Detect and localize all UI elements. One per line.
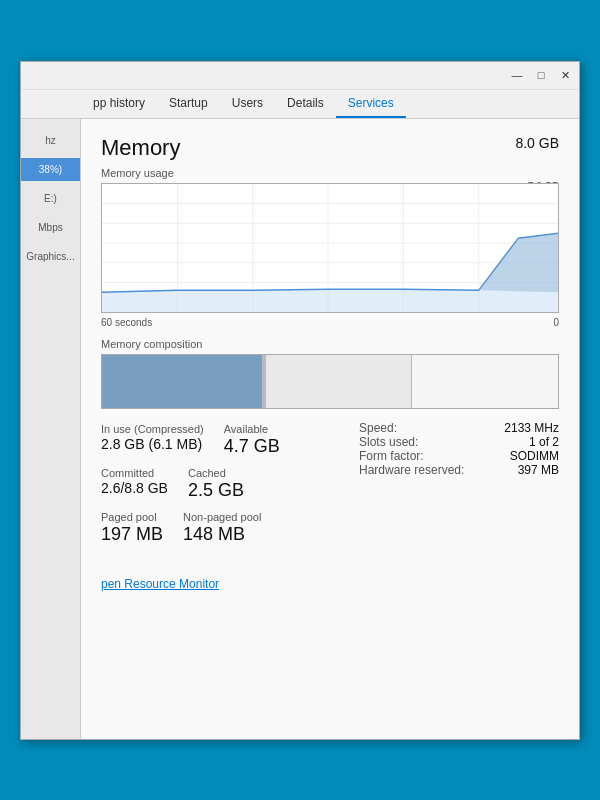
available-block: Available 4.7 GB: [224, 421, 280, 459]
chart-footer: 60 seconds 0: [101, 317, 559, 328]
cached-block: Cached 2.5 GB: [188, 465, 244, 503]
hardware-reserved-label: Hardware reserved:: [359, 463, 464, 477]
main-panel: Memory 8.0 GB Memory usage 7.6 GB: [81, 119, 579, 739]
tab-users[interactable]: Users: [220, 90, 275, 118]
committed-block: Committed 2.6/8.8 GB: [101, 465, 168, 503]
cached-label: Cached: [188, 467, 244, 479]
open-resource-monitor-link[interactable]: pen Resource Monitor: [101, 577, 559, 591]
form-factor-value: SODIMM: [510, 449, 559, 463]
memory-total: 8.0 GB: [515, 135, 559, 151]
speed-value: 2133 MHz: [504, 421, 559, 435]
committed-value: 2.6/8.8 GB: [101, 480, 168, 496]
time-label-right: 0: [553, 317, 559, 328]
slots-row: Slots used: 1 of 2: [359, 435, 559, 449]
usage-label: Memory usage: [101, 167, 559, 179]
tab-services[interactable]: Services: [336, 90, 406, 118]
hardware-reserved-value: 397 MB: [518, 463, 559, 477]
comp-in-use: [102, 355, 262, 408]
memory-header: Memory 8.0 GB: [101, 135, 559, 161]
memory-title: Memory: [101, 135, 180, 161]
in-use-block: In use (Compressed) 2.8 GB (6.1 MB): [101, 421, 204, 459]
slots-label: Slots used:: [359, 435, 418, 449]
task-manager-window: — □ ✕ pp history Startup Users Details S…: [20, 61, 580, 740]
paged-pool-label: Paged pool: [101, 511, 163, 523]
pool-row: Paged pool 197 MB Non-paged pool 148 MB: [101, 509, 359, 547]
content-area: hz 38%) E:) Mbps Graphics... Memory 8.0 …: [21, 119, 579, 739]
non-paged-pool-value: 148 MB: [183, 524, 261, 545]
committed-label: Committed: [101, 467, 168, 479]
tab-details[interactable]: Details: [275, 90, 336, 118]
paged-pool-value: 197 MB: [101, 524, 163, 545]
sidebar-item-graphics[interactable]: Graphics...: [21, 245, 80, 268]
stats-left: In use (Compressed) 2.8 GB (6.1 MB) Avai…: [101, 421, 359, 547]
speed-label: Speed:: [359, 421, 397, 435]
in-use-row: In use (Compressed) 2.8 GB (6.1 MB) Avai…: [101, 421, 359, 459]
sidebar: hz 38%) E:) Mbps Graphics...: [21, 119, 81, 739]
maximize-button[interactable]: □: [533, 67, 549, 83]
composition-label: Memory composition: [101, 338, 559, 350]
minimize-button[interactable]: —: [509, 67, 525, 83]
non-paged-pool-label: Non-paged pool: [183, 511, 261, 523]
tab-app-history[interactable]: pp history: [81, 90, 157, 118]
comp-cached: [266, 355, 412, 408]
window-controls: — □ ✕: [509, 67, 573, 83]
svg-marker-10: [102, 233, 558, 312]
available-value: 4.7 GB: [224, 436, 280, 457]
sidebar-item-disk[interactable]: E:): [21, 187, 80, 210]
close-button[interactable]: ✕: [557, 67, 573, 83]
memory-composition-chart: [101, 354, 559, 409]
non-paged-pool-block: Non-paged pool 148 MB: [183, 509, 261, 547]
sidebar-item-network[interactable]: Mbps: [21, 216, 80, 239]
in-use-value: 2.8 GB (6.1 MB): [101, 436, 204, 452]
paged-pool-block: Paged pool 197 MB: [101, 509, 163, 547]
available-label: Available: [224, 423, 280, 435]
title-bar: — □ ✕: [21, 62, 579, 90]
time-label-left: 60 seconds: [101, 317, 152, 328]
sidebar-item-memory[interactable]: 38%): [21, 158, 80, 181]
sidebar-item-hz[interactable]: hz: [21, 129, 80, 152]
slots-value: 1 of 2: [529, 435, 559, 449]
speed-row: Speed: 2133 MHz: [359, 421, 559, 435]
stats-row: In use (Compressed) 2.8 GB (6.1 MB) Avai…: [101, 421, 559, 547]
tab-startup[interactable]: Startup: [157, 90, 220, 118]
form-factor-label: Form factor:: [359, 449, 424, 463]
tab-bar: pp history Startup Users Details Service…: [21, 90, 579, 119]
cached-value: 2.5 GB: [188, 480, 244, 501]
hardware-reserved-row: Hardware reserved: 397 MB: [359, 463, 559, 477]
in-use-label: In use (Compressed): [101, 423, 204, 435]
form-factor-row: Form factor: SODIMM: [359, 449, 559, 463]
committed-row: Committed 2.6/8.8 GB Cached 2.5 GB: [101, 465, 359, 503]
comp-available: [412, 355, 558, 408]
stats-right: Speed: 2133 MHz Slots used: 1 of 2 Form …: [359, 421, 559, 547]
memory-usage-chart: [101, 183, 559, 313]
